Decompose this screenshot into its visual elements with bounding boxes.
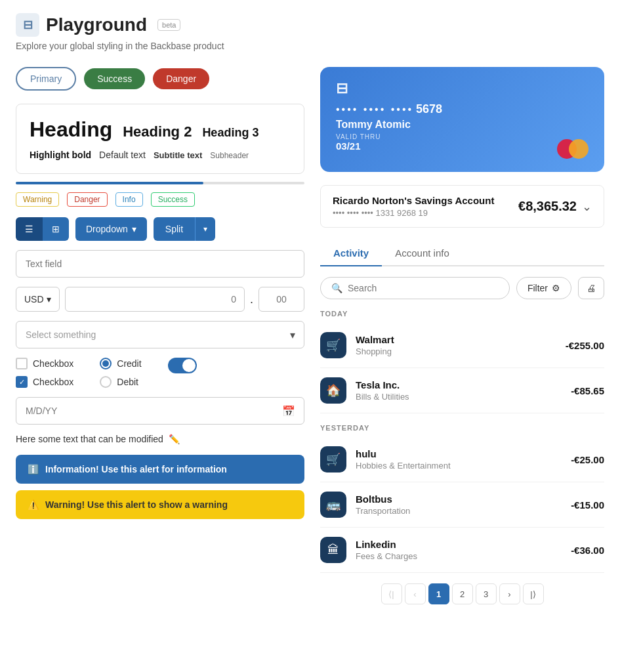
- buttons-row: Primary Success Danger: [16, 67, 304, 91]
- subtitle-text: Subtitle text: [154, 150, 202, 160]
- printer-icon: 🖨: [587, 283, 596, 293]
- hulu-icon: 🛒: [320, 446, 346, 472]
- progress-bar: [16, 182, 304, 184]
- badges-row: Warning Danger Info Success: [16, 192, 304, 207]
- currency-decimal-input[interactable]: [258, 287, 304, 312]
- tab-activity[interactable]: Activity: [320, 241, 382, 266]
- progress-fill: [16, 182, 203, 184]
- walmart-name: Walmart: [356, 334, 556, 345]
- tesla-amount: -€85.65: [571, 385, 604, 396]
- checkbox-unchecked-box[interactable]: [16, 358, 28, 369]
- grid-view-button[interactable]: ⊞: [43, 217, 69, 241]
- checkbox-checked-box[interactable]: ✓: [16, 376, 28, 388]
- list-view-button[interactable]: ☰: [16, 217, 43, 241]
- tab-account-info[interactable]: Account info: [382, 241, 463, 266]
- account-info: Ricardo Norton's Savings Account •••• ••…: [333, 195, 494, 218]
- filter-button[interactable]: Filter ⚙: [516, 277, 571, 299]
- checkbox-unchecked-label: Checkbox: [33, 358, 73, 369]
- page-2-button[interactable]: 2: [452, 583, 473, 604]
- badge-success: Success: [151, 192, 195, 207]
- page-last-button[interactable]: |⟩: [523, 583, 544, 604]
- heading-2: Heading 2: [123, 123, 192, 140]
- warning-triangle-icon: ⚠️: [28, 499, 39, 510]
- split-main-button[interactable]: Split: [154, 217, 195, 241]
- boltbus-amount: -€15.00: [571, 499, 604, 511]
- currency-select[interactable]: USD ▾: [16, 287, 60, 312]
- highlight-bold: Highlight bold: [30, 150, 91, 160]
- mc-circle-right: [569, 139, 589, 159]
- currency-row: USD ▾ .: [16, 287, 304, 312]
- boltbus-name: Boltbus: [356, 494, 562, 505]
- card-dots: •••• •••• ••••: [336, 104, 413, 115]
- print-button[interactable]: 🖨: [578, 277, 604, 299]
- radio-column: Credit Debit: [100, 358, 141, 388]
- filter-label: Filter: [527, 283, 548, 293]
- hulu-name: hulu: [356, 448, 562, 459]
- linkedin-icon: 🏛: [320, 537, 346, 563]
- edit-icon[interactable]: ✏️: [169, 434, 180, 444]
- left-panel: Primary Success Danger Heading Heading 2…: [16, 67, 304, 604]
- typography-card: Heading Heading 2 Heading 3 Highlight bo…: [16, 104, 304, 174]
- search-input[interactable]: [348, 283, 499, 293]
- page-3-button[interactable]: 3: [476, 583, 497, 604]
- boltbus-icon: 🚌: [320, 492, 346, 518]
- radio-debit-circle[interactable]: [100, 376, 112, 388]
- badge-info: Info: [115, 192, 143, 207]
- dropdown-button[interactable]: Dropdown ▾: [75, 217, 147, 241]
- linkedin-info: Linkedin Fees & Charges: [356, 539, 562, 561]
- walmart-amount: -€255.00: [566, 340, 604, 351]
- alert-warning: ⚠️ Warning! Use this alert to show a war…: [16, 490, 304, 519]
- checkbox-checked-item[interactable]: ✓ Checkbox: [16, 376, 73, 388]
- account-expand-icon[interactable]: ⌄: [582, 200, 592, 214]
- today-section-label: TODAY: [320, 310, 604, 318]
- walmart-icon: 🛒: [320, 332, 346, 358]
- card-holder-name: Tommy Atomic: [336, 119, 589, 131]
- danger-button[interactable]: Danger: [153, 68, 209, 89]
- primary-button[interactable]: Primary: [16, 67, 76, 91]
- checkbox-unchecked-item[interactable]: Checkbox: [16, 358, 73, 369]
- badge-warning: Warning: [16, 192, 59, 207]
- page-1-button[interactable]: 1: [428, 583, 449, 604]
- split-arrow-button[interactable]: ▾: [195, 217, 215, 241]
- hulu-amount: -€25.00: [571, 454, 604, 465]
- walmart-category: Shopping: [356, 346, 556, 356]
- page-prev-button[interactable]: ‹: [405, 583, 426, 604]
- hulu-info: hulu Hobbies & Entertainment: [356, 448, 562, 471]
- pagination: ⟨| ‹ 1 2 3 › |⟩: [320, 583, 604, 604]
- radio-credit-label: Credit: [117, 358, 141, 369]
- dropdown-arrow-icon: ▾: [132, 224, 136, 234]
- success-button[interactable]: Success: [84, 68, 145, 89]
- filter-icon: ⚙: [552, 283, 560, 293]
- mastercard-logo: [557, 139, 589, 159]
- heading-3: Heading 3: [202, 126, 258, 140]
- currency-integer-input[interactable]: [65, 287, 245, 312]
- walmart-info: Walmart Shopping: [356, 334, 556, 356]
- page-next-button[interactable]: ›: [499, 583, 520, 604]
- text-field-input[interactable]: [16, 250, 304, 278]
- calendar-icon: 📅: [282, 405, 295, 417]
- radio-debit-item[interactable]: Debit: [100, 376, 141, 388]
- app-title: Playground: [46, 14, 147, 35]
- card-logo-icon: ⊟: [336, 80, 589, 97]
- page-first-button[interactable]: ⟨|: [381, 583, 402, 604]
- right-panel: ⊟ •••• •••• •••• 5678 Tommy Atomic VALID…: [320, 67, 604, 604]
- boltbus-info: Boltbus Transportation: [356, 494, 562, 516]
- select-dropdown[interactable]: Select something: [16, 321, 304, 348]
- radio-credit-inner: [102, 360, 109, 367]
- radio-credit-item[interactable]: Credit: [100, 358, 141, 369]
- transaction-linkedin: 🏛 Linkedin Fees & Charges -€36.00: [320, 528, 604, 573]
- account-row[interactable]: Ricardo Norton's Savings Account •••• ••…: [320, 185, 604, 228]
- text-styles-row: Highlight bold Default text Subtitle tex…: [30, 150, 291, 160]
- date-input[interactable]: [16, 397, 304, 425]
- main-grid: Primary Success Danger Heading Heading 2…: [16, 67, 604, 604]
- toggle-column: [168, 358, 197, 373]
- search-box: 🔍: [320, 277, 510, 299]
- checkbox-checked-label: Checkbox: [33, 377, 73, 387]
- tesla-name: Tesla Inc.: [356, 379, 562, 390]
- radio-debit-label: Debit: [117, 377, 138, 387]
- hulu-category: Hobbies & Entertainment: [356, 461, 562, 471]
- toggle-switch[interactable]: [168, 358, 197, 373]
- checkbox-column: Checkbox ✓ Checkbox: [16, 358, 73, 388]
- radio-credit-circle[interactable]: [100, 358, 112, 369]
- dropdown-label: Dropdown: [86, 224, 128, 234]
